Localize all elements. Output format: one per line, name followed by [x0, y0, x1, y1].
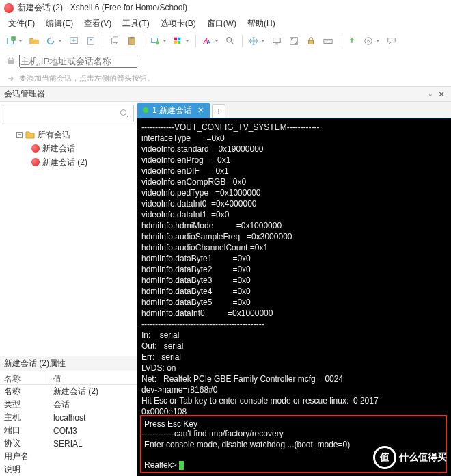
session-tree: − 所有会话 新建会话 新建会话 (2): [0, 125, 137, 356]
upload-button[interactable]: [344, 34, 359, 49]
address-bar: [0, 51, 451, 70]
reconnect-button[interactable]: [44, 34, 64, 49]
prop-row: 主机localhost: [0, 411, 137, 424]
search-input[interactable]: [8, 109, 120, 118]
session-icon: [31, 144, 40, 153]
svg-rect-11: [174, 37, 177, 40]
folder-icon: [25, 130, 35, 140]
svg-rect-26: [8, 60, 14, 64]
prop-key: 端口: [0, 425, 49, 436]
prop-value: COM3: [49, 426, 81, 436]
tab-close-icon[interactable]: ✕: [196, 106, 204, 114]
search-icon: [120, 109, 129, 118]
tree-item-label: 新建会话 (2): [42, 157, 87, 168]
menu-bar: 文件(F) 编辑(E) 查看(V) 工具(T) 选项卡(B) 窗口(W) 帮助(…: [0, 16, 451, 31]
col-name[interactable]: 名称: [0, 371, 49, 384]
left-pane: − 所有会话 新建会话 新建会话 (2) 新建会话 (2)属性 名称 值 名称新…: [0, 102, 137, 476]
tree-root[interactable]: − 所有会话: [1, 128, 135, 142]
prop-key: 说明: [0, 464, 49, 475]
svg-point-10: [156, 41, 159, 44]
svg-rect-22: [309, 40, 314, 44]
prop-row: 端口COM3: [0, 424, 137, 437]
svg-point-17: [227, 37, 232, 42]
toolbar: AA ?: [0, 31, 451, 51]
separator: [340, 35, 340, 47]
svg-rect-8: [130, 36, 133, 38]
prop-row: 名称新建会话 (2): [0, 385, 137, 398]
prop-value: 新建会话 (2): [49, 386, 102, 397]
properties-body: 名称新建会话 (2) 类型会话 主机localhost 端口COM3 协议SER…: [0, 385, 137, 476]
prop-row: 类型会话: [0, 398, 137, 411]
menu-edit[interactable]: 编辑(E): [40, 16, 79, 31]
chat-button[interactable]: [384, 34, 399, 49]
lock-icon: [7, 57, 15, 65]
cursor-icon: [179, 461, 184, 470]
collapse-icon[interactable]: −: [16, 132, 23, 138]
menu-tools[interactable]: 工具(T): [117, 16, 154, 31]
prop-key: 协议: [0, 438, 49, 449]
svg-rect-3: [88, 37, 94, 44]
prop-row: 用户名: [0, 450, 137, 463]
open-button[interactable]: [27, 34, 42, 49]
prop-key: 主机: [0, 412, 49, 423]
hint-bar: 要添加当前会话，点击左侧的箭头按钮。: [0, 70, 451, 87]
screen-button[interactable]: [269, 34, 284, 49]
prop-value: localhost: [49, 413, 90, 423]
terminal-output: ------------VOUT_CONFIG_TV_SYSTEM-------…: [141, 122, 379, 438]
terminal[interactable]: ------------VOUT_CONFIG_TV_SYSTEM-------…: [137, 118, 451, 476]
tab-active[interactable]: 1 新建会话 ✕: [137, 103, 210, 118]
paste-button[interactable]: [124, 34, 139, 49]
prop-value: 会话: [49, 399, 74, 410]
properties-panel: 新建会话 (2)属性 名称 值 名称新建会话 (2) 类型会话 主机localh…: [0, 356, 137, 476]
quick-command-button[interactable]: [148, 34, 169, 49]
plus-icon: +: [217, 107, 221, 116]
title-bar: 新建会话 (2) - Xshell 6 (Free for Home/Schoo…: [0, 0, 451, 16]
address-input[interactable]: [19, 55, 137, 68]
transfer-button[interactable]: [66, 34, 81, 49]
prop-key: 类型: [0, 399, 49, 410]
keyboard-button[interactable]: [320, 34, 336, 49]
svg-rect-13: [174, 41, 177, 44]
prop-row: 协议SERIAL: [0, 437, 137, 450]
tab-strip: 1 新建会话 ✕ +: [137, 102, 451, 118]
col-value[interactable]: 值: [49, 371, 66, 384]
new-session-button[interactable]: [4, 34, 25, 49]
session-search: [3, 105, 134, 122]
properties-columns: 名称 值: [0, 371, 137, 385]
fullscreen-button[interactable]: [286, 34, 301, 49]
lock-button[interactable]: [303, 34, 318, 49]
prop-row: 说明: [0, 463, 137, 476]
terminal-highlighted: Press Esc Key Enter console mode, disabl…: [144, 419, 350, 470]
copy-button[interactable]: [107, 34, 122, 49]
help-button[interactable]: ?: [361, 34, 382, 49]
pin-icon[interactable]: ▫: [425, 90, 436, 99]
hint-text: 要添加当前会话，点击左侧的箭头按钮。: [19, 73, 154, 83]
session-manager-header: 会话管理器 ▫ ✕: [0, 87, 451, 102]
font-button[interactable]: AA: [200, 34, 221, 49]
prop-key: 用户名: [0, 451, 49, 462]
menu-file[interactable]: 文件(F): [3, 16, 40, 31]
menu-tabs[interactable]: 选项卡(B): [155, 16, 202, 31]
tree-session-item[interactable]: 新建会话 (2): [1, 155, 135, 169]
find-button[interactable]: [223, 34, 238, 49]
status-dot-icon: [143, 107, 148, 113]
separator: [102, 35, 103, 47]
svg-rect-21: [290, 37, 298, 44]
svg-rect-1: [12, 36, 15, 40]
menu-help[interactable]: 帮助(H): [242, 16, 281, 31]
tree-session-item[interactable]: 新建会话: [1, 142, 135, 155]
session-icon: [31, 158, 40, 166]
highlight-box: Press Esc Key Enter console mode, disabl…: [140, 415, 447, 473]
separator: [144, 35, 144, 47]
properties-button[interactable]: [83, 34, 98, 49]
tab-add-button[interactable]: +: [212, 104, 226, 118]
encoding-button[interactable]: [247, 34, 267, 49]
window-title: 新建会话 (2) - Xshell 6 (Free for Home/Schoo…: [18, 2, 187, 14]
svg-rect-23: [324, 39, 332, 43]
separator: [195, 35, 196, 47]
menu-window[interactable]: 窗口(W): [202, 16, 242, 31]
color-scheme-button[interactable]: [171, 34, 191, 49]
close-panel-icon[interactable]: ✕: [436, 90, 447, 99]
separator: [242, 35, 243, 47]
menu-view[interactable]: 查看(V): [79, 16, 117, 31]
